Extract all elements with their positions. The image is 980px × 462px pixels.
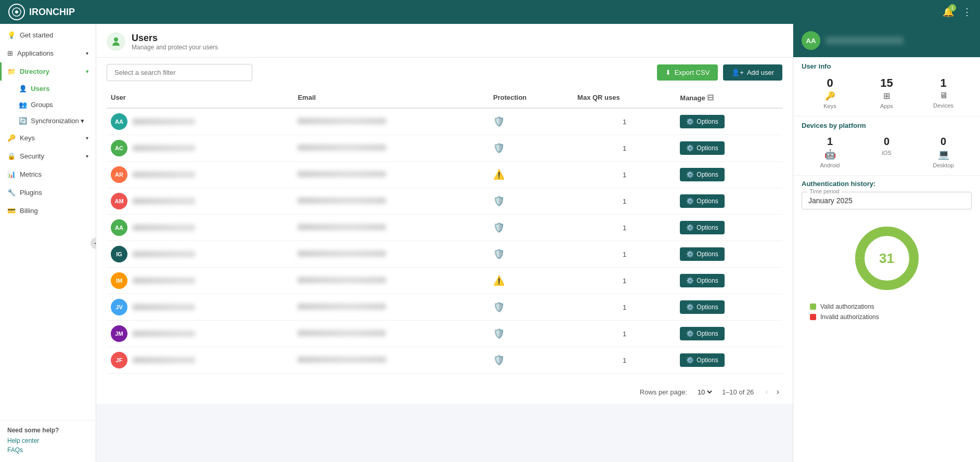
sidebar-item-label: Keys [20,134,35,142]
max-qr-cell: 1 [573,294,676,321]
rp-keys-label: Keys [823,103,836,109]
export-csv-button[interactable]: ⬇ Export CSV [657,64,718,81]
sidebar-item-label: Metrics [20,170,42,178]
options-button[interactable]: ⚙️ Options [680,194,724,208]
applications-icon: ⊞ [7,49,13,57]
prev-page-button[interactable]: ‹ [762,386,771,398]
user-cell: AA [107,215,293,241]
max-qr-cell: 1 [573,162,676,188]
protection-green-icon: 🛡️ [493,328,505,339]
user-name-blurred [133,171,195,178]
options-button[interactable]: ⚙️ Options [680,247,724,261]
options-button[interactable]: ⚙️ Options [680,115,724,128]
donut-chart-container: 31 Valid authorizations Invalid authoriz… [802,218,972,329]
help-center-link[interactable]: Help center [7,437,88,444]
manage-cell: ⚙️ Options [676,241,782,268]
max-qr-cell: 1 [573,321,676,347]
email-cell [293,162,489,188]
sidebar-item-label: Security [20,152,44,160]
rp-devices-label: Devices [933,102,953,109]
options-button[interactable]: ⚙️ Options [680,353,724,367]
help-text: Need some help? [7,427,88,434]
sidebar-item-security[interactable]: 🔒 Security ▾ [0,147,96,165]
sidebar-item-applications[interactable]: ⊞ Applications ▾ [0,44,96,62]
protection-cell: ⚠️ [489,162,573,188]
col-protection: Protection [489,87,573,108]
sidebar-item-plugins[interactable]: 🔧 Plugins [0,183,96,202]
options-button[interactable]: ⚙️ Options [680,300,724,314]
avatar: AM [111,193,127,209]
plugins-icon: 🔧 [7,189,16,196]
protection-cell: 🛡️ [489,347,573,374]
rp-timeperiod-box[interactable]: Time period January 2025 [802,192,972,209]
gear-icon: ⚙️ [686,277,694,284]
notifications-button[interactable]: 🔔 1 [943,6,954,18]
rp-apps-value: 15 [858,76,915,90]
rp-stat-devices: 1 🖥 Devices [915,76,972,110]
rows-per-page-select[interactable]: 10 25 50 [695,388,714,397]
top-navigation: IRONCHIP 🔔 1 ⋮ [0,0,980,24]
avatar: JM [111,325,127,342]
email-blurred [298,144,386,151]
protection-cell: 🛡️ [489,215,573,241]
rp-stat-ios: 0 iOS [858,136,915,169]
table-row: AA 🛡️ 1 ⚙️ Options [107,215,782,241]
sidebar-item-billing[interactable]: 💳 Billing [0,202,96,220]
sidebar-item-directory[interactable]: 📁 Directory ▾ [0,62,96,81]
sidebar-item-label: Plugins [20,189,42,196]
sidebar-item-keys[interactable]: 🔑 Keys ▾ [0,129,96,147]
menu-button[interactable]: ⋮ [962,6,972,18]
sidebar-subitem-users[interactable]: 👤 Users [0,81,96,97]
add-user-button[interactable]: 👤+ Add user [723,64,782,81]
email-cell [293,108,489,135]
sidebar-subitem-synchronization[interactable]: 🔄 Synchronization ▾ [0,113,96,129]
main-content: Users Manage and protect your users ⬇ Ex… [96,24,793,462]
rp-header: AA [793,24,980,57]
options-button[interactable]: ⚙️ Options [680,168,724,181]
options-button[interactable]: ⚙️ Options [680,221,724,234]
manage-cell: ⚙️ Options [676,268,782,294]
search-filter-input[interactable] [107,64,252,81]
email-blurred [298,118,386,124]
rp-ios-value: 0 [858,136,915,148]
rp-stat-apps: 15 ⊞ Apps [858,76,915,110]
gear-icon: ⚙️ [686,171,694,178]
options-button[interactable]: ⚙️ Options [680,141,724,155]
sidebar-subitem-groups[interactable]: 👥 Groups [0,97,96,113]
options-label: Options [697,224,718,231]
user-cell: IG [107,241,293,268]
next-page-button[interactable]: › [773,386,782,398]
options-button[interactable]: ⚙️ Options [680,274,724,287]
user-name-blurred [133,145,195,151]
table-row: JF 🛡️ 1 ⚙️ Options [107,347,782,374]
options-button[interactable]: ⚙️ Options [680,327,724,340]
user-name-blurred [133,198,195,204]
protection-warning-icon: ⚠️ [493,275,505,286]
sidebar-item-get-started[interactable]: 💡 Get started [0,26,96,44]
add-user-icon: 👤+ [731,69,744,76]
sidebar-collapse-button[interactable]: ◀ [91,237,96,249]
user-name-blurred [133,304,195,310]
keys-icon: 🔑 [7,134,16,142]
apps-icon: ⊞ [858,91,915,101]
column-filter-icon[interactable]: ⊟ [707,93,714,102]
rows-per-page-label: Rows per page: [640,388,687,396]
invalid-dot [810,314,816,320]
android-icon: 🤖 [802,149,858,160]
table-row: IG 🛡️ 1 ⚙️ Options [107,241,782,268]
protection-cell: 🛡️ [489,294,573,321]
sidebar-subitem-label: Users [31,85,49,93]
page-header-text: Users Manage and protect your users [132,33,218,51]
faqs-link[interactable]: FAQs [7,446,88,454]
avatar: JF [111,352,127,368]
sidebar-item-metrics[interactable]: 📊 Metrics [0,165,96,183]
email-cell [293,135,489,162]
rp-apps-label: Apps [880,103,893,109]
page-title: Users [132,33,218,44]
email-blurred [298,171,386,177]
manage-cell: ⚙️ Options [676,162,782,188]
notification-badge: 1 [949,4,956,11]
page-header-icon [107,32,125,51]
rp-devices-platform-title: Devices by platform [793,116,980,133]
gear-icon: ⚙️ [686,303,694,311]
